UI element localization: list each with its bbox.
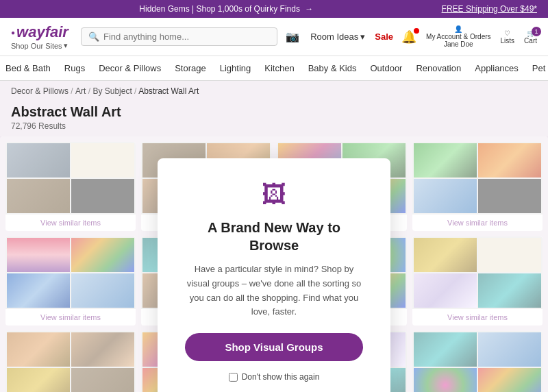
banner-center-text: Hidden Gems | Shop 1,000s of Quirky Find… <box>139 4 300 14</box>
shop-sites-label: Shop Our Sites <box>11 42 62 50</box>
modal-description: Have a particular style in mind? Shop by… <box>185 262 363 319</box>
nav-bar: FurnitureBed & BathRugsDecor & PillowsSt… <box>0 56 548 81</box>
modal: 🖼 A Brand New Way to Browse Have a parti… <box>158 158 390 392</box>
banner-center[interactable]: Hidden Gems | Shop 1,000s of Quirky Find… <box>11 4 442 14</box>
page-title: Abstract Wall Art <box>11 104 537 120</box>
nav-item-baby--kids[interactable]: Baby & Kids <box>308 63 357 73</box>
breadcrumb-link-1[interactable]: Art <box>75 86 86 96</box>
notification-dot <box>414 28 419 34</box>
logo-text: wayfair <box>16 23 68 41</box>
account[interactable]: 👤 My Account & Orders Jane Doe <box>426 25 490 48</box>
top-banner: Hidden Gems | Shop 1,000s of Quirky Find… <box>0 0 548 18</box>
dont-show-again-text: Don't show this again <box>242 372 320 382</box>
breadcrumb-link-0[interactable]: Decor & Pillows <box>11 86 68 96</box>
breadcrumb-current: Abstract Wall Art <box>138 86 199 96</box>
account-icon: 👤 <box>454 25 462 33</box>
nav-item-bed--bath[interactable]: Bed & Bath <box>5 63 51 73</box>
nav-item-kitchen[interactable]: Kitchen <box>264 63 294 73</box>
dont-show-again-label[interactable]: Don't show this again <box>185 372 363 382</box>
page-title-area: Abstract Wall Art 72,796 Results <box>0 101 548 136</box>
nav-item-appliances[interactable]: Appliances <box>475 63 519 73</box>
shop-visual-groups-button[interactable]: Shop Visual Groups <box>185 333 363 361</box>
logo-area: ● wayfair Shop Our Sites ▾ <box>11 23 73 50</box>
main-content: View similar itemsView similar itemsView… <box>0 136 548 392</box>
modal-title: A Brand New Way to Browse <box>185 219 363 254</box>
notifications[interactable]: 🔔 <box>401 29 416 45</box>
search-icon: 🔍 <box>88 32 99 42</box>
chevron-down-icon: ▾ <box>64 41 68 50</box>
room-ideas-label: Room Ideas <box>310 32 358 42</box>
cart[interactable]: 🛒 1 Cart <box>524 29 537 45</box>
nav-item-storage[interactable]: Storage <box>175 63 206 73</box>
search-bar: 🔍 <box>81 27 277 46</box>
breadcrumb-separator: / <box>68 86 75 96</box>
account-label: My Account & Orders <box>426 33 490 40</box>
camera-icon[interactable]: 📷 <box>286 30 299 43</box>
shop-sites[interactable]: Shop Our Sites ▾ <box>11 41 68 50</box>
logo[interactable]: ● wayfair <box>11 23 68 41</box>
breadcrumb-separator: / <box>86 86 92 96</box>
room-ideas-link[interactable]: Room Ideas ▾ <box>310 32 365 42</box>
result-count: 72,796 Results <box>11 121 537 131</box>
sale-link[interactable]: Sale <box>375 32 393 42</box>
nav-item-outdoor[interactable]: Outdoor <box>370 63 402 73</box>
banner-arrow-icon: → <box>305 4 313 14</box>
header: ● wayfair Shop Our Sites ▾ 🔍 📷 Room Idea… <box>0 18 548 56</box>
cart-label: Cart <box>524 37 537 45</box>
header-nav: Room Ideas ▾ Sale <box>310 32 393 42</box>
lists-label: Lists <box>501 37 515 45</box>
banner-right[interactable]: FREE Shipping Over $49* <box>442 4 537 14</box>
search-input[interactable] <box>103 32 270 42</box>
account-name: Jane Doe <box>444 40 473 48</box>
dont-show-again-checkbox[interactable] <box>229 373 238 382</box>
lists[interactable]: ♡ Lists <box>501 29 515 45</box>
chevron-down-icon: ▾ <box>360 32 365 42</box>
nav-item-renovation[interactable]: Renovation <box>416 63 461 73</box>
nav-item-decor--pillows[interactable]: Decor & Pillows <box>99 63 161 73</box>
breadcrumb-separator: / <box>132 86 138 96</box>
breadcrumb-link-2[interactable]: By Subject <box>92 86 132 96</box>
nav-item-rugs[interactable]: Rugs <box>64 63 85 73</box>
cart-count-badge: 1 <box>532 27 541 36</box>
nav-item-pet[interactable]: Pet <box>532 63 546 73</box>
breadcrumb: Decor & Pillows / Art / By Subject / Abs… <box>0 81 548 101</box>
nav-item-lighting[interactable]: Lighting <box>220 63 251 73</box>
heart-icon: ♡ <box>504 29 510 37</box>
modal-icon: 🖼 <box>185 180 363 209</box>
logo-dot-icon: ● <box>11 29 15 36</box>
header-icons: 🔔 👤 My Account & Orders Jane Doe ♡ Lists… <box>401 25 537 48</box>
